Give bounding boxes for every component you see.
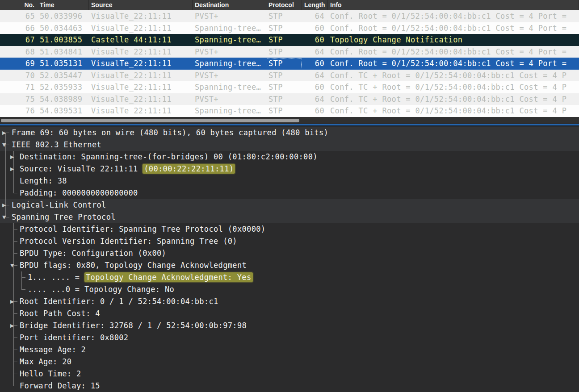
detail-row[interactable]: 1... .... = Topology Change Acknowledgme… <box>0 271 579 284</box>
detail-row-label: Max Age: 20 <box>0 357 71 366</box>
detail-row[interactable]: BPDU Type: Configuration (0x00) <box>0 247 579 259</box>
cell-source: Castelle_44:11:11 <box>89 34 193 46</box>
detail-row[interactable]: Forward Delay: 15 <box>0 380 579 392</box>
cell-source: VisualTe_22:11:11 <box>89 46 193 58</box>
packet-row[interactable]: 6851.034841VisualTe_22:11:11PVST+STP64Co… <box>0 46 579 58</box>
cell-time: 51.035131 <box>39 58 89 70</box>
expand-arrow-icon[interactable]: ▶ <box>10 296 14 308</box>
cell-destination: Spanning-tree… <box>193 34 266 46</box>
cell-length: 64 <box>302 46 328 58</box>
cell-no: 69 <box>0 58 39 70</box>
detail-row[interactable]: Message Age: 2 <box>0 344 579 356</box>
cell-time: 54.039531 <box>39 105 89 117</box>
detail-row[interactable]: Max Age: 20 <box>0 356 579 368</box>
column-header-length[interactable]: Length <box>302 0 328 10</box>
scrollbar-thumb[interactable] <box>1 119 299 122</box>
collapse-arrow-icon[interactable]: ▼ <box>10 259 14 271</box>
cell-source: VisualTe_22:11:11 <box>89 58 193 70</box>
packet-row[interactable]: 6650.034463VisualTe_22:11:11Spanning-tre… <box>0 22 579 34</box>
cell-time: 50.034463 <box>39 22 89 34</box>
detail-row[interactable]: ▼BPDU flags: 0x80, Topology Change Ackno… <box>0 259 579 271</box>
cell-info: Conf. TC + Root = 0/1/52:54:00:04:bb:c1 … <box>328 81 579 93</box>
cell-protocol: STP <box>266 81 302 93</box>
detail-row[interactable]: Hello Time: 2 <box>0 368 579 380</box>
cell-time: 52.035933 <box>39 81 89 93</box>
cell-protocol: STP <box>266 58 302 70</box>
column-header-no[interactable]: No. <box>0 0 39 10</box>
detail-row-label: Bridge Identifier: 32768 / 1 / 52:54:00:… <box>0 321 247 330</box>
cell-source: VisualTe_22:11:11 <box>89 22 193 34</box>
detail-row-label: 1... .... = Topology Change Acknowledgme… <box>0 273 253 282</box>
cell-destination: PVST+ <box>193 70 266 82</box>
detail-row-label: Source: VisualTe_22:11:11 (00:00:22:22:1… <box>0 164 235 173</box>
detail-row[interactable]: ▶Bridge Identifier: 32768 / 1 / 52:54:00… <box>0 320 579 332</box>
expand-arrow-icon[interactable]: ▶ <box>2 199 6 211</box>
detail-row-label: Hello Time: 2 <box>0 369 81 378</box>
detail-row-label: .... ...0 = Topology Change: No <box>0 285 174 294</box>
detail-row[interactable]: Protocol Version Identifier: Spanning Tr… <box>0 235 579 247</box>
detail-row[interactable]: ▶Frame 69: 60 bytes on wire (480 bits), … <box>0 127 579 139</box>
detail-row[interactable]: Root Path Cost: 4 <box>0 308 579 320</box>
cell-destination: Spanning-tree… <box>193 58 266 70</box>
expand-arrow-icon[interactable]: ▶ <box>10 151 14 163</box>
cell-no: 66 <box>0 22 39 34</box>
cell-length: 64 <box>302 70 328 82</box>
cell-protocol: STP <box>266 34 302 46</box>
cell-length: 60 <box>302 34 328 46</box>
detail-row-label: Protocol Version Identifier: Spanning Tr… <box>0 237 237 246</box>
detail-row-label: Length: 38 <box>0 176 67 185</box>
detail-row[interactable]: ▶Destination: Spanning-tree-(for-bridges… <box>0 151 579 163</box>
detail-row[interactable]: ▼Spanning Tree Protocol <box>0 211 579 223</box>
detail-row[interactable]: Length: 38 <box>0 175 579 187</box>
cell-protocol: STP <box>266 105 302 117</box>
packet-row[interactable]: 6951.035131VisualTe_22:11:11Spanning-tre… <box>0 58 579 70</box>
cell-info: Conf. Root = 0/1/52:54:00:04:bb:c1 Cost … <box>328 10 579 22</box>
cell-destination: Spanning-tree… <box>193 105 266 117</box>
cell-time: 54.038989 <box>39 93 89 105</box>
expand-arrow-icon[interactable]: ▶ <box>10 163 14 175</box>
packet-row[interactable]: 7052.035447VisualTe_22:11:11PVST+STP64Co… <box>0 70 579 82</box>
detail-row-label: Spanning Tree Protocol <box>0 213 116 221</box>
packet-row[interactable]: 7152.035933VisualTe_22:11:11Spanning-tre… <box>0 81 579 93</box>
column-header-destination[interactable]: Destination <box>193 0 266 10</box>
cell-info: Topology Change Notification <box>328 34 579 46</box>
column-header-info[interactable]: Info <box>328 0 579 10</box>
detail-row[interactable]: ▶Source: VisualTe_22:11:11 (00:00:22:22:… <box>0 163 579 175</box>
cell-no: 65 <box>0 10 39 22</box>
packet-row[interactable]: 6550.033996VisualTe_22:11:11PVST+STP64Co… <box>0 10 579 22</box>
column-header-source[interactable]: Source <box>89 0 193 10</box>
cell-destination: PVST+ <box>193 10 266 22</box>
detail-row[interactable]: Padding: 0000000000000000 <box>0 187 579 199</box>
detail-row[interactable]: .... ...0 = Topology Change: No <box>0 284 579 296</box>
expand-arrow-icon[interactable]: ▶ <box>10 320 14 332</box>
detail-row[interactable]: Protocol Identifier: Spanning Tree Proto… <box>0 223 579 235</box>
packet-row[interactable]: 7654.039531VisualTe_22:11:11Spanning-tre… <box>0 105 579 117</box>
column-header-time[interactable]: Time <box>39 0 89 10</box>
annotation-highlight: Topology Change Acknowledgment: Yes <box>84 272 252 282</box>
cell-info: Conf. Root = 0/1/52:54:00:04:bb:c1 Cost … <box>328 46 579 58</box>
packet-list-pane: No.TimeSourceDestinationProtocolLengthIn… <box>0 0 579 117</box>
cell-no: 75 <box>0 93 39 105</box>
cell-source: VisualTe_22:11:11 <box>89 70 193 82</box>
annotation-highlight: (00:00:22:22:11:11) <box>143 164 235 174</box>
cell-protocol: STP <box>266 46 302 58</box>
detail-row[interactable]: Port identifier: 0x8002 <box>0 332 579 344</box>
detail-row-label: BPDU flags: 0x80, Topology Change Acknow… <box>0 261 247 270</box>
detail-row[interactable]: ▶Logical-Link Control <box>0 199 579 211</box>
packet-row[interactable]: 7554.038989VisualTe_22:11:11PVST+STP64Co… <box>0 93 579 105</box>
cell-time: 51.003855 <box>39 34 89 46</box>
cell-info: Conf. Root = 0/1/52:54:00:04:bb:c1 Cost … <box>328 22 579 34</box>
detail-row-label: Message Age: 2 <box>0 345 86 354</box>
horizontal-scrollbar[interactable] <box>0 117 579 124</box>
cell-destination: Spanning-tree… <box>193 22 266 34</box>
cell-length: 60 <box>302 58 328 70</box>
cell-source: VisualTe_22:11:11 <box>89 93 193 105</box>
detail-row[interactable]: ▼IEEE 802.3 Ethernet <box>0 139 579 151</box>
packet-list-header: No.TimeSourceDestinationProtocolLengthIn… <box>0 0 579 10</box>
column-header-protocol[interactable]: Protocol <box>266 0 302 10</box>
detail-row[interactable]: ▶Root Identifier: 0 / 1 / 52:54:00:04:bb… <box>0 296 579 308</box>
collapse-arrow-icon[interactable]: ▼ <box>2 139 6 151</box>
collapse-arrow-icon[interactable]: ▼ <box>2 211 6 223</box>
packet-row[interactable]: 6751.003855Castelle_44:11:11Spanning-tre… <box>0 34 579 46</box>
expand-arrow-icon[interactable]: ▶ <box>2 127 6 139</box>
